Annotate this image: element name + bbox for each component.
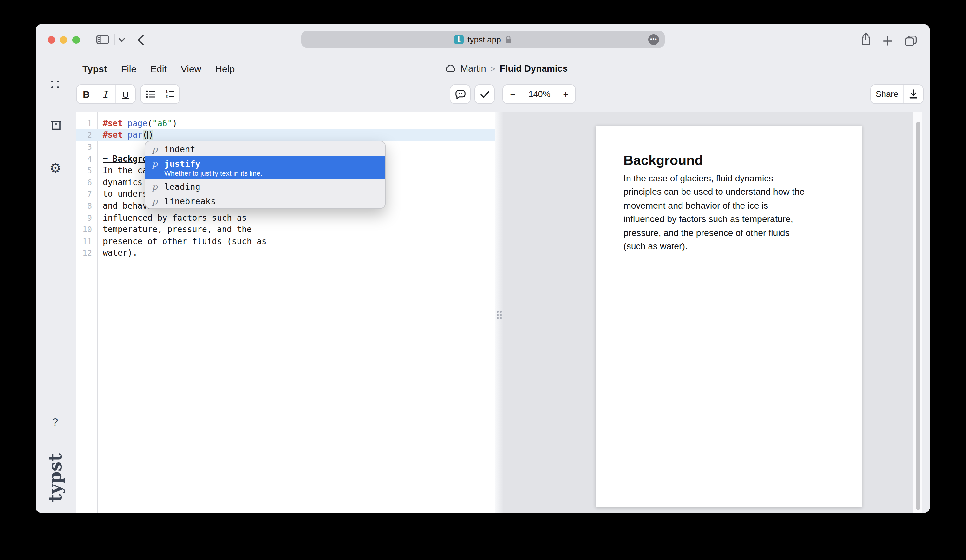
dashboard-icon[interactable]: [51, 80, 60, 89]
menu-item-help[interactable]: Help: [215, 63, 235, 74]
svg-text:2: 2: [165, 94, 168, 98]
tab-overview-icon[interactable]: [905, 36, 917, 46]
code-text: presence of other fluids (such as: [98, 236, 267, 246]
breadcrumb-separator: >: [491, 64, 495, 73]
new-tab-icon[interactable]: [883, 36, 892, 46]
autocomplete-description: Whether to justify text in its line.: [164, 169, 385, 177]
line-number: 3: [76, 142, 98, 151]
divider-grip-icon[interactable]: [497, 311, 503, 319]
line-number: 2: [76, 130, 98, 140]
menu-item-view[interactable]: View: [181, 63, 201, 74]
files-box-icon[interactable]: [51, 121, 61, 130]
share-button[interactable]: Share: [871, 85, 903, 103]
line-number: 11: [76, 236, 98, 246]
code-text: influenced by factors such as: [98, 213, 247, 222]
cloud-icon: [445, 65, 456, 72]
code-line[interactable]: 1#set page("a6"): [76, 117, 495, 129]
document-page: Background In the case of glaciers, flui…: [596, 126, 862, 507]
autocomplete-label: justify: [164, 158, 200, 168]
param-type-icon: p: [152, 196, 159, 206]
list-group: 12: [140, 84, 180, 104]
param-type-icon: p: [152, 159, 159, 168]
autocomplete-item-linebreaks[interactable]: plinebreaks: [145, 194, 385, 208]
code-line[interactable]: 9influenced by factors such as: [76, 212, 495, 223]
comment-button-group: [450, 84, 471, 104]
menu-item-file[interactable]: File: [121, 63, 136, 74]
code-line[interactable]: 2#set par(): [76, 129, 495, 141]
share-group: Share: [870, 84, 923, 104]
autocomplete-label: indent: [164, 144, 196, 154]
autocomplete-item-indent[interactable]: pindent: [145, 141, 385, 156]
app-menu: TypstFileEditViewHelp: [82, 63, 235, 74]
underline-button[interactable]: U: [115, 85, 135, 103]
back-icon[interactable]: [137, 35, 144, 45]
zoom-window-button[interactable]: [72, 36, 80, 44]
code-line[interactable]: 11presence of other fluids (such as: [76, 235, 495, 247]
zoom-in-button[interactable]: +: [555, 85, 575, 103]
param-type-icon: p: [152, 182, 159, 191]
autocomplete-item-justify[interactable]: pjustifyWhether to justify text in its l…: [145, 156, 385, 179]
menu-item-edit[interactable]: Edit: [150, 63, 167, 74]
gear-icon[interactable]: ⚙: [49, 161, 61, 174]
page-settings-icon[interactable]: •••: [648, 34, 659, 45]
zoom-control: − 140% +: [502, 84, 576, 104]
line-number: 9: [76, 213, 98, 222]
check-button-group: [475, 84, 495, 104]
browser-window: t typst.app ••• TypstFileEditViewHelp Ma…: [36, 24, 930, 513]
code-line[interactable]: 10temperature, pressure, and the: [76, 223, 495, 235]
code-text: #set page("a6"): [98, 118, 177, 128]
code-text: temperature, pressure, and the: [98, 225, 252, 234]
autocomplete-item-leading[interactable]: pleading: [145, 179, 385, 194]
autocomplete-dropdown: pindentpjustifyWhether to justify text i…: [145, 141, 386, 209]
italic-button[interactable]: I: [96, 85, 115, 103]
preview-paragraph: In the case of glaciers, fluid dynamics …: [624, 172, 835, 253]
line-number: 10: [76, 225, 98, 234]
line-number: 1: [76, 118, 98, 128]
lock-icon: [505, 35, 512, 43]
bullet-list-button[interactable]: [141, 85, 160, 103]
bold-button[interactable]: B: [77, 85, 96, 103]
text-style-group: B I U: [76, 84, 136, 104]
address-bar[interactable]: t typst.app •••: [301, 31, 665, 48]
line-number: 8: [76, 201, 98, 210]
comment-icon[interactable]: [450, 85, 470, 103]
line-number: 5: [76, 166, 98, 175]
param-type-icon: p: [152, 144, 159, 154]
zoom-out-button[interactable]: −: [503, 85, 522, 103]
minimize-window-button[interactable]: [60, 36, 67, 44]
download-icon[interactable]: [903, 85, 923, 103]
line-number: 6: [76, 177, 98, 187]
preview-heading: Background: [624, 152, 834, 169]
chrome-divider: [114, 34, 115, 45]
zoom-level[interactable]: 140%: [522, 85, 555, 103]
code-text: water).: [98, 248, 138, 258]
url-text: typst.app: [467, 34, 501, 44]
breadcrumb: Martin > Fluid Dynamics: [445, 63, 568, 74]
typst-logo: typst: [45, 453, 65, 502]
menu-item-typst[interactable]: Typst: [82, 63, 107, 74]
preview-scrollbar-thumb[interactable]: [916, 122, 920, 510]
autocomplete-label: leading: [164, 181, 200, 191]
numbered-list-button[interactable]: 12: [160, 85, 179, 103]
preview-scrollbar-track[interactable]: [913, 112, 922, 513]
breadcrumb-document[interactable]: Fluid Dynamics: [500, 63, 568, 74]
close-window-button[interactable]: [48, 36, 55, 44]
chevron-down-icon[interactable]: [118, 38, 125, 43]
line-number: 12: [76, 248, 98, 258]
site-favicon: t: [454, 34, 464, 44]
browser-share-icon[interactable]: [861, 32, 871, 46]
sidebar-toggle-icon[interactable]: [97, 35, 109, 44]
autocomplete-label: linebreaks: [164, 195, 216, 206]
check-icon[interactable]: [475, 85, 494, 103]
screen: t typst.app ••• TypstFileEditViewHelp Ma…: [0, 0, 966, 560]
help-icon[interactable]: ?: [51, 416, 60, 429]
line-number: 7: [76, 189, 98, 199]
breadcrumb-project[interactable]: Martin: [460, 63, 486, 74]
preview-pane: Background In the case of glaciers, flui…: [503, 112, 914, 513]
line-number: 4: [76, 154, 98, 163]
code-text: #set par(): [98, 130, 153, 140]
svg-text:1: 1: [165, 90, 168, 94]
code-line[interactable]: 12water).: [76, 247, 495, 259]
